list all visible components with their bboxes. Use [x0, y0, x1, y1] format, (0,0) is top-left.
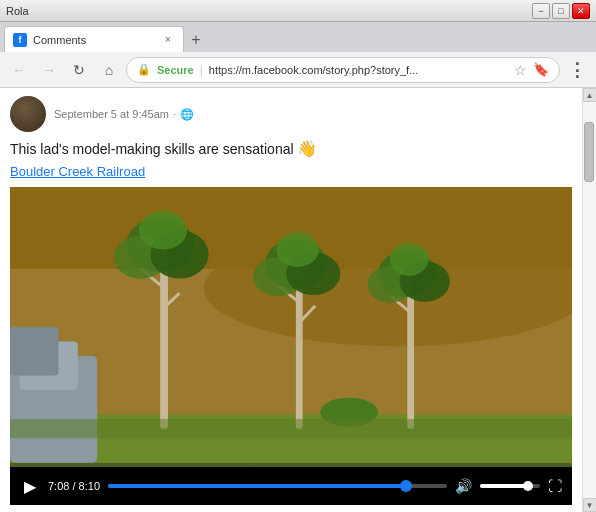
scroll-up-button[interactable]: ▲ — [583, 88, 597, 102]
close-button[interactable]: ✕ — [572, 3, 590, 19]
facebook-content: September 5 at 9:45am · 🌐 This lad's mod… — [0, 88, 582, 512]
minimize-button[interactable]: − — [532, 3, 550, 19]
scroll-thumb[interactable] — [584, 122, 594, 182]
video-frame — [10, 187, 572, 467]
content-area: September 5 at 9:45am · 🌐 This lad's mod… — [0, 88, 582, 512]
address-bar: ← → ↻ ⌂ 🔒 Secure | https://m.facebook.co… — [0, 52, 596, 88]
url-text: https://m.facebook.com/story.php?story_f… — [209, 64, 508, 76]
forward-button[interactable]: → — [36, 57, 62, 83]
back-button[interactable]: ← — [6, 57, 32, 83]
new-tab-button[interactable]: + — [184, 28, 208, 52]
avatar — [10, 96, 46, 132]
svg-rect-28 — [10, 419, 572, 438]
page-link[interactable]: Boulder Creek Railroad — [10, 164, 572, 179]
volume-dot — [523, 481, 533, 491]
progress-fill — [108, 484, 406, 488]
globe-icon: · — [173, 108, 176, 120]
url-separator: | — [200, 63, 203, 77]
bookmark-icon[interactable]: 🔖 — [533, 62, 549, 77]
svg-rect-7 — [160, 250, 168, 429]
svg-point-13 — [139, 211, 187, 250]
menu-button[interactable]: ⋮ — [564, 57, 590, 83]
volume-icon[interactable]: 🔊 — [455, 478, 472, 494]
volume-fill — [480, 484, 528, 488]
url-bar[interactable]: 🔒 Secure | https://m.facebook.com/story.… — [126, 57, 560, 83]
tab-comments[interactable]: f Comments × — [4, 26, 184, 52]
wave-emoji: 👋 — [297, 140, 317, 157]
globe-emoji: 🌐 — [180, 108, 194, 121]
post-text-content: This lad's model-making skills are sensa… — [10, 141, 294, 157]
total-time-value: 8:10 — [79, 480, 100, 492]
scene-svg — [10, 187, 572, 467]
tab-bar: f Comments × + — [0, 22, 596, 52]
avatar-image — [10, 96, 46, 132]
title-bar-controls: − □ ✕ — [532, 3, 590, 19]
tab-title: Comments — [33, 34, 155, 46]
scrollbar: ▲ ▼ — [582, 88, 596, 512]
scroll-track[interactable] — [583, 102, 596, 498]
video-controls: ▶ 7:08 / 8:10 🔊 ⛶ — [10, 467, 572, 505]
post-meta: September 5 at 9:45am · 🌐 — [10, 96, 572, 132]
volume-bar[interactable] — [480, 484, 540, 488]
progress-bar[interactable] — [108, 484, 447, 488]
tab-close-button[interactable]: × — [161, 33, 175, 47]
lock-icon: 🔒 — [137, 63, 151, 76]
fullscreen-button[interactable]: ⛶ — [548, 478, 562, 494]
app-name: Rola — [6, 5, 29, 17]
browser-content: September 5 at 9:45am · 🌐 This lad's mod… — [0, 88, 596, 512]
play-button[interactable]: ▶ — [20, 477, 40, 496]
progress-dot — [400, 480, 412, 492]
star-icon[interactable]: ☆ — [514, 62, 527, 78]
current-time-value: 7:08 — [48, 480, 69, 492]
maximize-button[interactable]: □ — [552, 3, 570, 19]
home-button[interactable]: ⌂ — [96, 57, 122, 83]
video-player: ▶ 7:08 / 8:10 🔊 ⛶ — [10, 187, 572, 505]
current-time: 7:08 / 8:10 — [48, 480, 100, 492]
svg-point-26 — [390, 243, 429, 276]
svg-rect-21 — [407, 279, 414, 429]
svg-rect-6 — [10, 327, 58, 375]
time-separator: / — [72, 480, 75, 492]
secure-label: Secure — [157, 64, 194, 76]
post-time: September 5 at 9:45am · 🌐 — [54, 108, 194, 121]
title-bar: Rola − □ ✕ — [0, 0, 596, 22]
reload-button[interactable]: ↻ — [66, 57, 92, 83]
scroll-down-button[interactable]: ▼ — [583, 498, 597, 512]
facebook-tab-icon: f — [13, 33, 27, 47]
title-bar-left: Rola — [6, 5, 29, 17]
svg-point-20 — [276, 232, 319, 267]
post-time-text: September 5 at 9:45am — [54, 108, 169, 120]
post-text: This lad's model-making skills are sensa… — [10, 138, 572, 160]
